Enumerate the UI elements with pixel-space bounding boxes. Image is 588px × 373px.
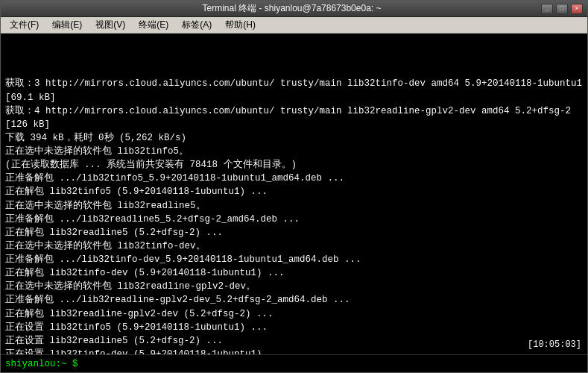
status-bar: shiyanlou:~ $ [1, 354, 587, 372]
terminal-line: 正在设置 lib32tinfo-dev (5.9+20140118-1ubunt… [5, 348, 583, 354]
title-bar: Terminal 终端 - shiyanlou@7a78673b0e0a: ~ … [1, 1, 587, 17]
terminal-line: 正准备解包 .../lib32readline5_5.2+dfsg-2_amd6… [5, 213, 583, 226]
menu-tabs[interactable]: 标签(A) [176, 17, 218, 33]
terminal-line: 正在解包 lib32readline-gplv2-dev (5.2+dfsg-2… [5, 307, 583, 321]
terminal-body[interactable]: 获取：3 http://mirrors.cloud.aliyuncs.com/u… [1, 34, 587, 354]
terminal-line: 下载 394 kB，耗时 0秒 (5,262 kB/s) [5, 131, 583, 145]
terminal-line: 正在解包 lib32readline5 (5.2+dfsg-2) ... [5, 226, 583, 239]
menu-bar: 文件(F) 编辑(E) 视图(V) 终端(E) 标签(A) 帮助(H) [1, 17, 587, 34]
terminal-window: Terminal 终端 - shiyanlou@7a78673b0e0a: ~ … [0, 0, 588, 373]
terminal-line: 正在选中未选择的软件包 lib32tinfo5。 [5, 145, 583, 158]
minimize-button[interactable]: _ [541, 4, 553, 14]
terminal-line: 正在解包 lib32tinfo5 (5.9+20140118-1ubuntu1)… [5, 185, 583, 198]
timestamp: [10:05:03] [528, 339, 581, 350]
menu-view[interactable]: 视图(V) [89, 17, 131, 33]
window-controls: _ □ × [541, 4, 583, 14]
terminal-line: 正在选中未选择的软件包 lib32readline5。 [5, 199, 583, 213]
terminal-line: 正在解包 lib32tinfo-dev (5.9+20140118-1ubunt… [5, 266, 583, 280]
terminal-line: 获取：3 http://mirrors.cloud.aliyuncs.com/u… [5, 77, 583, 104]
status-prompt: shiyanlou:~ $ [5, 359, 78, 369]
window-title: Terminal 终端 - shiyanlou@7a78673b0e0a: ~ [42, 2, 541, 15]
terminal-line: 获取：4 http://mirrors.cloud.aliyuncs.com/u… [5, 104, 583, 131]
terminal-line: 正在选中未选择的软件包 lib32tinfo-dev。 [5, 239, 583, 253]
terminal-line: 正准备解包 .../lib32tinfo-dev_5.9+20140118-1u… [5, 253, 583, 266]
menu-edit[interactable]: 编辑(E) [46, 17, 88, 33]
menu-help[interactable]: 帮助(H) [219, 17, 262, 33]
terminal-line: 正准备解包 .../lib32tinfo5_5.9+20140118-1ubun… [5, 172, 583, 185]
terminal-line: 正在选中未选择的软件包 lib32readline-gplv2-dev。 [5, 280, 583, 293]
terminal-line: 正在设置 lib32tinfo5 (5.9+20140118-1ubuntu1)… [5, 321, 583, 334]
menu-terminal[interactable]: 终端(E) [133, 17, 174, 33]
terminal-line: 正在设置 lib32readline5 (5.2+dfsg-2) ... [5, 334, 583, 348]
menu-file[interactable]: 文件(F) [4, 17, 45, 33]
terminal-output: 获取：3 http://mirrors.cloud.aliyuncs.com/u… [5, 37, 583, 354]
maximize-button[interactable]: □ [556, 4, 568, 14]
close-button[interactable]: × [571, 4, 583, 14]
terminal-line: (正在读取数据库 ... 系统当前共安装有 78418 个文件和目录。) [5, 158, 583, 172]
terminal-line: 正准备解包 .../lib32readline-gplv2-dev_5.2+df… [5, 293, 583, 307]
